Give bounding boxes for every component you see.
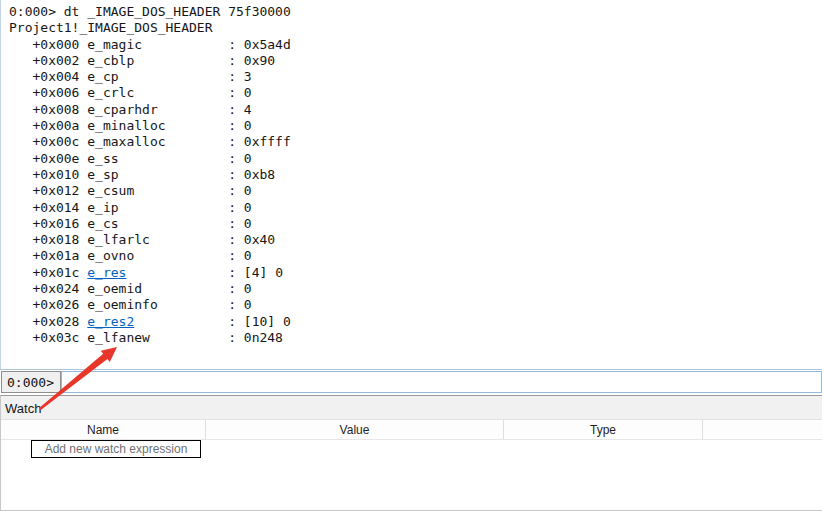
console-lines-container: 0:000> dt _IMAGE_DOS_HEADER 75f30000Proj… [9, 4, 822, 346]
command-output-pane[interactable]: 0:000> dt _IMAGE_DOS_HEADER 75f30000Proj… [0, 0, 822, 370]
column-header-value[interactable]: Value [206, 420, 504, 439]
console-line: +0x010 e_sp : 0xb8 [9, 167, 822, 183]
console-line: +0x01a e_ovno : 0 [9, 248, 822, 264]
column-header-name[interactable]: Name [1, 420, 206, 439]
command-input[interactable] [61, 371, 822, 393]
console-line: Project1!_IMAGE_DOS_HEADER [9, 20, 822, 36]
watch-column-header-row: Name Value Type [1, 420, 822, 440]
console-line: +0x000 e_magic : 0x5a4d [9, 37, 822, 53]
console-line: +0x002 e_cblp : 0x90 [9, 53, 822, 69]
column-header-type[interactable]: Type [504, 420, 703, 439]
console-line: +0x026 e_oeminfo : 0 [9, 297, 822, 313]
console-line: +0x00e e_ss : 0 [9, 151, 822, 167]
command-prompt-label: 0:000> [1, 371, 61, 393]
debugger-window: 0:000> dt _IMAGE_DOS_HEADER 75f30000Proj… [0, 0, 822, 513]
console-line: +0x024 e_oemid : 0 [9, 281, 822, 297]
console-line: +0x018 e_lfarlc : 0x40 [9, 232, 822, 248]
console-line: +0x00a e_minalloc : 0 [9, 118, 822, 134]
console-line: +0x008 e_cparhdr : 4 [9, 102, 822, 118]
console-line: +0x01c e_res : [4] 0 [9, 265, 822, 281]
console-line: +0x012 e_csum : 0 [9, 183, 822, 199]
command-prompt-row: 0:000> [0, 371, 822, 394]
dml-link-e_res[interactable]: e_res [87, 265, 126, 280]
console-line: +0x028 e_res2 : [10] 0 [9, 314, 822, 330]
console-line: +0x014 e_ip : 0 [9, 200, 822, 216]
console-line: 0:000> dt _IMAGE_DOS_HEADER 75f30000 [9, 4, 822, 20]
console-line: +0x004 e_cp : 3 [9, 69, 822, 85]
dml-link-e_res2[interactable]: e_res2 [87, 314, 134, 329]
console-line: +0x03c e_lfanew : 0n248 [9, 330, 822, 346]
watch-panel: Watch Name Value Type Add new watch expr… [0, 395, 822, 511]
add-watch-expression-button[interactable]: Add new watch expression [31, 440, 201, 458]
console-line: +0x00c e_maxalloc : 0xffff [9, 134, 822, 150]
watch-panel-title: Watch [1, 396, 822, 420]
console-line: +0x006 e_crlc : 0 [9, 85, 822, 101]
console-line: +0x016 e_cs : 0 [9, 216, 822, 232]
